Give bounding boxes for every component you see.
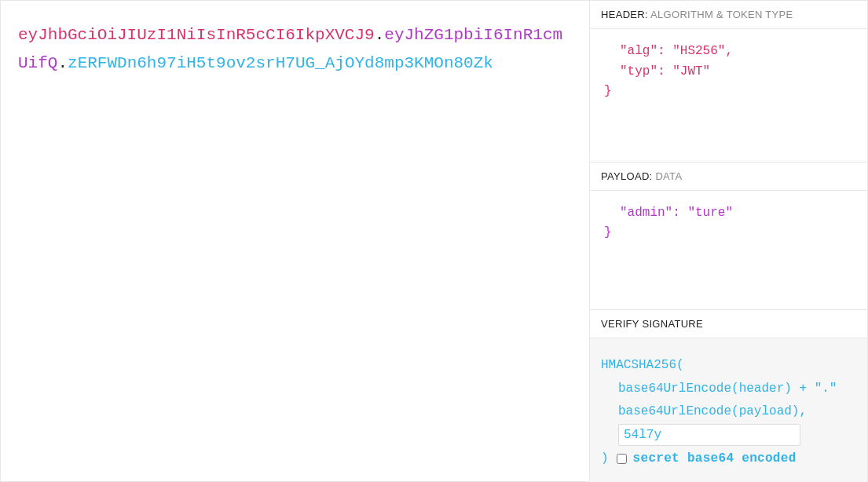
header-json-close-brace: } — [601, 84, 612, 98]
payload-json-close-brace: } — [601, 225, 612, 239]
header-json-line-typ: "typ": "JWT" — [601, 62, 710, 82]
signature-section-title: VERIFY SIGNATURE — [590, 310, 867, 338]
secret-input[interactable] — [618, 424, 800, 446]
signature-line-payload: base64UrlEncode(payload), — [601, 400, 856, 424]
encoded-token-panel[interactable]: eyJhbGciOiJIUzI1NiIsInR5cCI6IkpXVCJ9.eyJ… — [0, 0, 590, 482]
signature-title-text: VERIFY SIGNATURE — [601, 318, 703, 330]
header-json-body[interactable]: "alg": "HS256", "typ": "JWT" } — [590, 29, 867, 162]
header-subtitle-text: ALGORITHM & TOKEN TYPE — [648, 9, 793, 20]
jwt-token-text[interactable]: eyJhbGciOiJIUzI1NiIsInR5cCI6IkpXVCJ9.eyJ… — [18, 21, 572, 77]
jwt-dot-1: . — [375, 26, 385, 44]
payload-title-text: PAYLOAD: — [601, 170, 653, 182]
payload-json-line-admin: "admin": "ture" — [601, 203, 733, 224]
jwt-signature-segment: zERFWDn6h97iH5t9ov2srH7UG_AjOYd8mp3KMOn8… — [68, 54, 493, 72]
payload-json-body[interactable]: "admin": "ture" } — [590, 191, 867, 310]
signature-close-paren: ) — [601, 447, 609, 471]
payload-subtitle-text: DATA — [653, 170, 683, 182]
signature-algo-open: HMACSHA256( — [601, 354, 856, 378]
jwt-dot-2: . — [57, 54, 68, 72]
header-json-line-alg: "alg": "HS256", — [601, 42, 733, 62]
decoded-panel: HEADER: ALGORITHM & TOKEN TYPE "alg": "H… — [590, 0, 868, 482]
header-title-text: HEADER: — [601, 9, 648, 20]
secret-base64-checkbox[interactable] — [617, 454, 627, 464]
secret-base64-label[interactable]: secret base64 encoded — [633, 447, 797, 471]
jwt-header-segment: eyJhbGciOiJIUzI1NiIsInR5cCI6IkpXVCJ9 — [18, 26, 375, 44]
signature-line-header: base64UrlEncode(header) + "." — [601, 378, 856, 401]
signature-body: HMACSHA256( base64UrlEncode(header) + ".… — [590, 338, 867, 482]
payload-section-title: PAYLOAD: DATA — [590, 162, 867, 191]
header-section-title: HEADER: ALGORITHM & TOKEN TYPE — [590, 1, 867, 29]
